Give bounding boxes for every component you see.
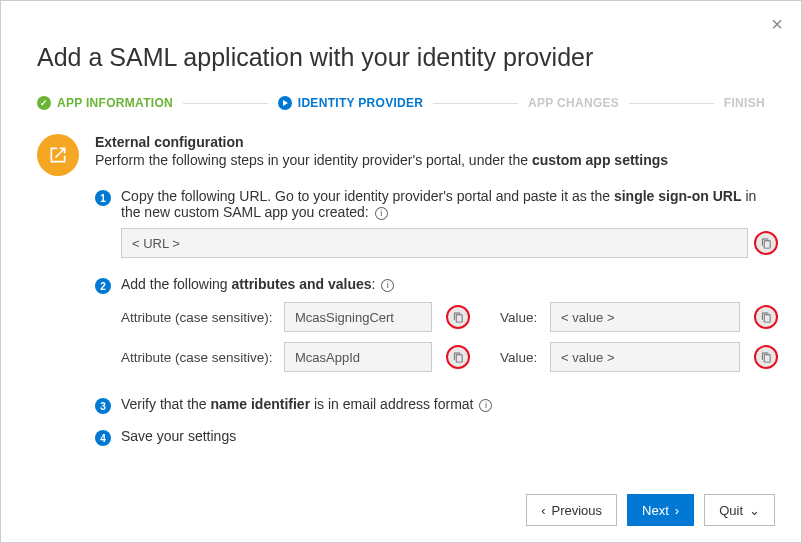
value-label: Value:: [500, 310, 542, 325]
info-icon[interactable]: i: [381, 279, 394, 292]
copy-icon: [761, 352, 772, 363]
step-divider: [433, 103, 518, 104]
step-number-badge: 4: [95, 430, 111, 446]
play-icon: [278, 96, 292, 110]
attribute-value-field[interactable]: [550, 302, 740, 332]
copy-value-button[interactable]: [754, 345, 778, 369]
step-app-information: ✓ APP INFORMATION: [37, 96, 173, 110]
copy-value-button[interactable]: [754, 305, 778, 329]
copy-attribute-button[interactable]: [446, 305, 470, 329]
step-divider: [183, 103, 268, 104]
value-label: Value:: [500, 350, 542, 365]
close-button[interactable]: ×: [771, 13, 783, 36]
instruction-4: 4 Save your settings: [95, 428, 778, 446]
step-finish: FINISH: [724, 96, 765, 110]
step-identity-provider: IDENTITY PROVIDER: [278, 96, 424, 110]
step-label: APP INFORMATION: [57, 96, 173, 110]
instruction-2: 2 Add the following attributes and value…: [95, 276, 778, 382]
attribute-name-field[interactable]: [284, 302, 432, 332]
info-icon[interactable]: i: [479, 399, 492, 412]
instruction-1: 1 Copy the following URL. Go to your ide…: [95, 188, 778, 262]
copy-icon: [761, 238, 772, 249]
info-icon[interactable]: i: [375, 207, 388, 220]
step-divider: [629, 103, 714, 104]
chevron-right-icon: ›: [675, 503, 679, 518]
section-description: Perform the following steps in your iden…: [95, 152, 778, 168]
attribute-label: Attribute (case sensitive):: [121, 310, 276, 325]
attribute-label: Attribute (case sensitive):: [121, 350, 276, 365]
check-icon: ✓: [37, 96, 51, 110]
attribute-value-field[interactable]: [550, 342, 740, 372]
quit-button[interactable]: Quit ⌄: [704, 494, 775, 526]
section-title: External configuration: [95, 134, 778, 150]
instruction-3: 3 Verify that the name identifier is in …: [95, 396, 778, 414]
copy-icon: [761, 312, 772, 323]
step-number-badge: 3: [95, 398, 111, 414]
attribute-row: Attribute (case sensitive): Value:: [121, 302, 778, 332]
copy-url-button[interactable]: [754, 231, 778, 255]
attribute-row: Attribute (case sensitive): Value:: [121, 342, 778, 372]
sso-url-field[interactable]: [121, 228, 748, 258]
step-number-badge: 1: [95, 190, 111, 206]
step-label: APP CHANGES: [528, 96, 619, 110]
wizard-steps: ✓ APP INFORMATION IDENTITY PROVIDER APP …: [1, 82, 801, 118]
dialog-title: Add a SAML application with your identit…: [37, 43, 765, 72]
attribute-name-field[interactable]: [284, 342, 432, 372]
chevron-left-icon: ‹: [541, 503, 545, 518]
copy-icon: [453, 312, 464, 323]
step-app-changes: APP CHANGES: [528, 96, 619, 110]
chevron-down-icon: ⌄: [749, 503, 760, 518]
step-number-badge: 2: [95, 278, 111, 294]
copy-attribute-button[interactable]: [446, 345, 470, 369]
step-label: FINISH: [724, 96, 765, 110]
previous-button[interactable]: ‹ Previous: [526, 494, 617, 526]
step-label: IDENTITY PROVIDER: [298, 96, 424, 110]
copy-icon: [453, 352, 464, 363]
external-link-icon: [37, 134, 79, 176]
next-button[interactable]: Next ›: [627, 494, 694, 526]
